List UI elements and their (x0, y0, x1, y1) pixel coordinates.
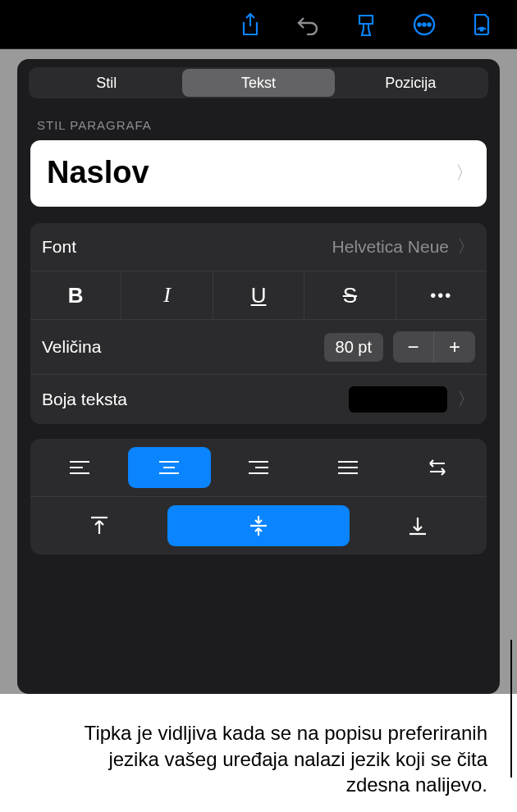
alignment-panel (30, 439, 487, 554)
tab-text[interactable]: Tekst (182, 69, 334, 97)
svg-point-3 (428, 23, 430, 25)
size-increase-button[interactable]: + (434, 331, 475, 363)
format-brush-icon[interactable] (355, 12, 377, 37)
font-value: Helvetica Neue (332, 237, 449, 257)
size-label: Veličina (42, 337, 324, 357)
popover-container: Stil Tekst Pozicija STIL PARAGRAFA Naslo… (0, 49, 517, 694)
vertical-align-row (30, 497, 487, 554)
align-top-button[interactable] (39, 505, 161, 546)
paragraph-style-section-label: STIL PARAGRAFA (22, 113, 495, 140)
text-style-row: B I U S ••• (30, 271, 487, 320)
horizontal-align-row (30, 439, 487, 497)
size-decrease-button[interactable]: − (393, 331, 434, 363)
text-color-row[interactable]: Boja teksta 〉 (30, 375, 487, 424)
chevron-right-icon: 〉 (455, 161, 474, 185)
size-stepper: − + (393, 331, 475, 363)
callout-leader-line (510, 640, 512, 778)
chevron-right-icon: 〉 (457, 387, 475, 412)
align-bottom-button[interactable] (356, 505, 478, 546)
font-row[interactable]: Font Helvetica Neue 〉 (30, 223, 487, 271)
text-color-label: Boja teksta (42, 390, 349, 409)
tab-style[interactable]: Stil (30, 69, 182, 97)
font-panel: Font Helvetica Neue 〉 B I U S ••• Veliči… (30, 223, 487, 424)
text-color-swatch (349, 386, 447, 413)
svg-point-4 (481, 28, 483, 30)
more-styles-button[interactable]: ••• (396, 271, 487, 319)
paragraph-style-picker[interactable]: Naslov 〉 (30, 140, 487, 207)
undo-icon[interactable] (295, 14, 320, 35)
format-popover: Stil Tekst Pozicija STIL PARAGRAFA Naslo… (17, 59, 500, 694)
size-value-field[interactable]: 80 pt (324, 333, 383, 362)
size-row: Veličina 80 pt − + (30, 320, 487, 375)
font-label: Font (42, 237, 332, 257)
italic-button[interactable]: I (121, 271, 213, 319)
chevron-right-icon: 〉 (457, 235, 475, 259)
tab-position[interactable]: Pozicija (335, 69, 487, 97)
align-left-button[interactable] (39, 447, 121, 488)
strike-button[interactable]: S (304, 271, 396, 319)
underline-button[interactable]: U (213, 271, 304, 319)
top-toolbar (0, 0, 517, 49)
paragraph-style-value: Naslov (47, 155, 149, 190)
align-center-button[interactable] (128, 447, 211, 488)
callout-caption: Tipka je vidljiva kada se na popisu pref… (0, 694, 517, 812)
align-right-button[interactable] (217, 447, 300, 488)
align-justify-button[interactable] (306, 447, 389, 488)
bold-button[interactable]: B (30, 271, 121, 319)
share-icon[interactable] (240, 12, 261, 37)
align-middle-button[interactable] (167, 505, 350, 546)
svg-point-2 (423, 23, 425, 25)
text-direction-button[interactable] (396, 447, 478, 488)
svg-point-1 (418, 23, 420, 25)
document-view-icon[interactable] (471, 12, 492, 37)
more-icon[interactable] (412, 12, 437, 37)
tab-segmented-control: Stil Tekst Pozicija (29, 67, 488, 98)
